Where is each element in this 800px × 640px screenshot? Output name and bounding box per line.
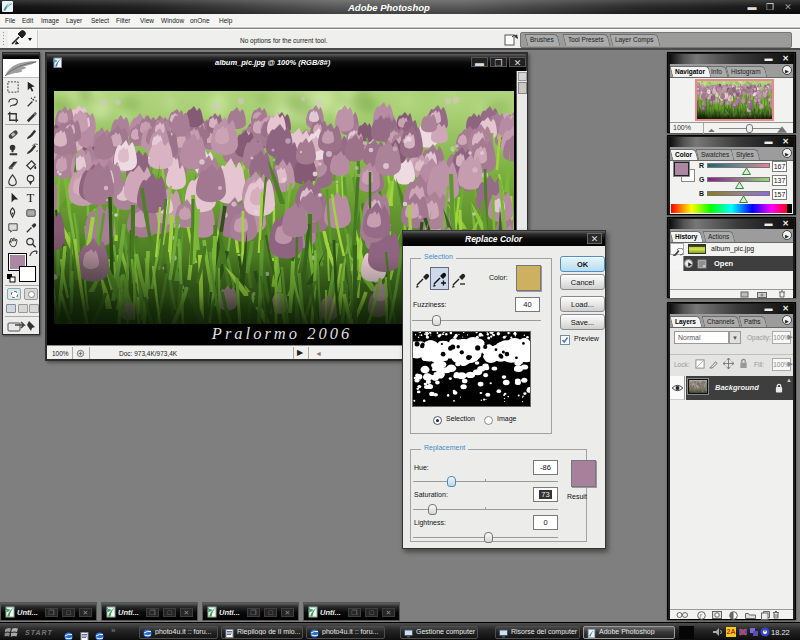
svg-text:f: f bbox=[700, 613, 703, 619]
svg-text:T: T bbox=[27, 191, 35, 205]
